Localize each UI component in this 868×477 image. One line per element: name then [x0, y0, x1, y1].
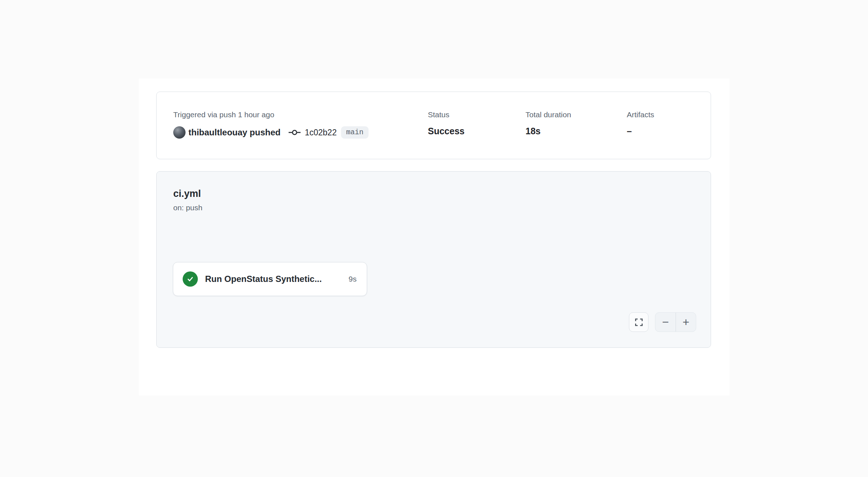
duration-column: Total duration 18s	[526, 110, 627, 159]
minus-icon: −	[662, 316, 669, 329]
workflow-file-name: ci.yml	[173, 188, 201, 199]
workflow-graph-card: ci.yml on: push Run OpenStatus Synthetic…	[156, 171, 711, 348]
job-name: Run OpenStatus Synthetic...	[205, 274, 322, 284]
push-row: thibaultleouay pushed 1c02b22 main	[173, 125, 428, 140]
trigger-label: Triggered via push 1 hour ago	[173, 110, 428, 119]
duration-value: 18s	[526, 125, 627, 137]
workflow-trigger: on: push	[173, 203, 203, 212]
actor-action: pushed	[250, 127, 280, 137]
zoom-out-button[interactable]: −	[655, 313, 676, 332]
fullscreen-button[interactable]	[629, 312, 648, 332]
status-column: Status Success	[428, 110, 526, 159]
status-label: Status	[428, 110, 526, 119]
plus-icon: +	[682, 316, 689, 329]
job-duration: 9s	[349, 275, 357, 283]
artifacts-column: Artifacts –	[627, 110, 654, 159]
duration-label: Total duration	[526, 110, 627, 119]
trigger-info: Triggered via push 1 hour ago thibaultle…	[173, 110, 428, 159]
zoom-control-group: − +	[655, 312, 696, 332]
actor-name[interactable]: thibaultleouay	[188, 127, 247, 137]
run-summary-card: Triggered via push 1 hour ago thibaultle…	[156, 92, 711, 159]
workflow-run-panel: Triggered via push 1 hour ago thibaultle…	[139, 79, 729, 396]
avatar[interactable]	[173, 126, 186, 139]
page: Triggered via push 1 hour ago thibaultle…	[0, 0, 868, 477]
branch-badge[interactable]: main	[341, 126, 369, 139]
summary-columns: Status Success Total duration 18s Artifa…	[428, 110, 654, 159]
artifacts-value: –	[627, 125, 654, 137]
actor-line: thibaultleouay pushed	[188, 127, 281, 138]
git-commit-icon	[289, 128, 301, 136]
commit-sha-link[interactable]: 1c02b22	[305, 128, 337, 138]
artifacts-label: Artifacts	[627, 110, 654, 119]
status-value: Success	[428, 125, 526, 137]
job-node[interactable]: Run OpenStatus Synthetic... 9s	[173, 262, 367, 296]
graph-controls: − +	[629, 312, 696, 332]
zoom-in-button[interactable]: +	[676, 313, 696, 332]
success-check-icon	[183, 271, 198, 287]
fullscreen-icon	[634, 317, 644, 327]
